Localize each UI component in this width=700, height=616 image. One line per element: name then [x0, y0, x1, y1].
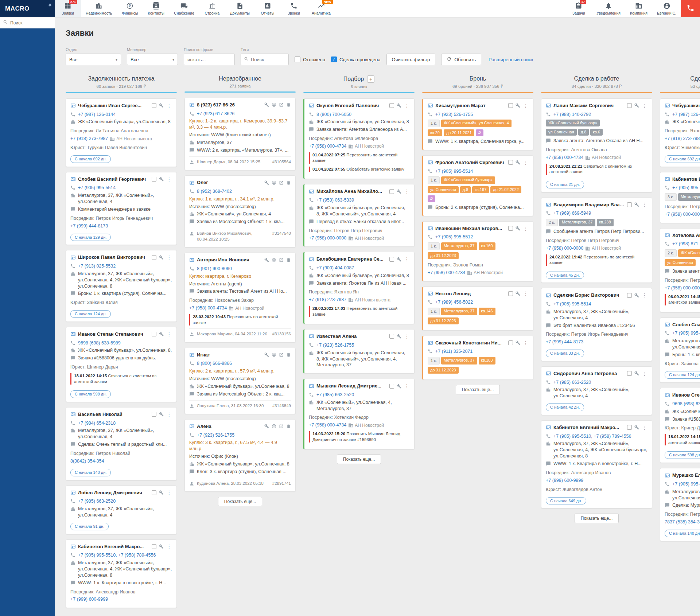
buy-request-link[interactable]: Куплю: 3 к. квартира, г., 67.5 м², 4.4 —…: [189, 440, 291, 452]
phone-link[interactable]: +7 (953) 063-5339: [316, 197, 410, 203]
phone-link[interactable]: +7 (911) 335-2071: [435, 348, 529, 355]
card-menu-button[interactable]: ⋮: [166, 103, 172, 108]
card-menu-button[interactable]: ⋮: [642, 371, 648, 376]
phone-link[interactable]: +7 (985) 663-2520: [553, 379, 648, 386]
smiley-icon[interactable]: [272, 180, 276, 185]
card-menu-button[interactable]: ⋮: [404, 189, 410, 194]
export-icon[interactable]: [279, 180, 284, 185]
wrench-icon[interactable]: [264, 424, 269, 429]
buy-request-link[interactable]: Куплю: 1–2 к. квартира, г. Кемерово, 39.…: [189, 118, 291, 130]
request-card[interactable]: Лапин Максим Сергеевич⋮+7 (988) 140-2792…: [541, 98, 652, 192]
request-card[interactable]: Мышкин Леонид Дмитрие...⋮+7 (985) 663-25…: [303, 379, 415, 449]
wrench-icon[interactable]: [634, 103, 639, 108]
nav-supply[interactable]: Снабжение: [169, 0, 199, 17]
request-card[interactable]: Иванов Степан Степанович⋮9698 (698) 638-…: [660, 388, 700, 463]
card-checkbox[interactable]: [389, 189, 394, 194]
trash-icon[interactable]: [286, 424, 291, 429]
card-menu-button[interactable]: ⋮: [404, 103, 410, 108]
smiley-icon[interactable]: [272, 352, 276, 357]
export-icon[interactable]: [279, 424, 284, 429]
export-icon[interactable]: [279, 258, 284, 262]
card-checkbox[interactable]: [152, 412, 156, 417]
request-card[interactable]: Иванюшин Михаил Егоров...⋮+7 (905) 995-5…: [422, 221, 533, 281]
nav-documents[interactable]: Документы: [225, 0, 254, 17]
phone-link[interactable]: +7 (905) 995-5510, +7 (958) 789-4556: [553, 433, 648, 440]
request-card[interactable]: Кабинетов Евгений Макро...⋮+7 (905) 995-…: [66, 539, 177, 608]
wrench-icon[interactable]: [159, 103, 164, 108]
agency-phone-link[interactable]: +7 (958) 000-4734: [309, 143, 346, 149]
phone-link[interactable]: +7 (988) 140-2792: [553, 112, 648, 118]
card-menu-button[interactable]: ⋮: [642, 425, 648, 430]
card-checkbox[interactable]: [508, 160, 513, 165]
wrench-icon[interactable]: [159, 544, 164, 549]
card-menu-button[interactable]: ⋮: [166, 255, 172, 260]
deal-done-checkbox[interactable]: ✓ Сделка проведена: [331, 54, 381, 65]
card-menu-button[interactable]: ⋮: [523, 226, 529, 231]
request-card[interactable]: Иванов Степан Степанович⋮9698 (698) 638-…: [66, 327, 177, 402]
card-checkbox[interactable]: [627, 371, 632, 376]
request-card[interactable]: Слобев Слава⋮+7 (905) 995-5514Металлурго…: [660, 317, 700, 383]
nav-analytics[interactable]: NEWАналитика: [307, 0, 335, 17]
wrench-icon[interactable]: [397, 103, 401, 108]
request-card[interactable]: Владимиров Владимир Влади...⋮+7 (969) 66…: [541, 198, 652, 283]
phone-link[interactable]: +7 (923) 526-1755: [435, 112, 529, 118]
card-checkbox[interactable]: [508, 291, 513, 296]
buy-request-link[interactable]: Куплю: квартира, г. Кемерово: [189, 273, 291, 280]
wrench-icon[interactable]: [516, 226, 520, 231]
request-card[interactable]: Автория Ион Ионович8 (901) 900-8090Куплю…: [184, 253, 296, 342]
request-card[interactable]: Широков Павел Викторович⋮+7 (913) 025-55…: [66, 250, 177, 322]
nav-calls[interactable]: Звонки: [281, 0, 307, 17]
agency-phone-link[interactable]: +7 (999) 444-8173: [546, 339, 583, 345]
wrench-icon[interactable]: [159, 332, 164, 336]
phone-link[interactable]: +7 (905) 995-5514: [435, 168, 529, 175]
phone-link[interactable]: +7 (905) 995-5512: [435, 234, 529, 240]
show-more-button[interactable]: Показать еще...: [218, 497, 262, 506]
clear-filter-button[interactable]: Очистить фильтр: [386, 54, 436, 65]
export-icon[interactable]: [279, 352, 284, 357]
nav-company[interactable]: Компания: [625, 0, 652, 17]
request-card[interactable]: Хотелова Анна⋮+7 (998) 871-00002 к.ЖК «С…: [660, 228, 700, 312]
request-card[interactable]: Окунёв Евгений Павлович⋮8 (800) 700-6050…: [303, 98, 415, 179]
request-card[interactable]: Кабинетов Евгений Макро...⋮+7 (905) 995-…: [660, 172, 700, 223]
manager-select[interactable]: Все ▾: [127, 54, 178, 65]
tags-input[interactable]: [251, 57, 285, 62]
request-card[interactable]: Васильев Николай⋮+7 (984) 654-2318Металл…: [66, 407, 177, 480]
phone-link[interactable]: 8 (952) 368-7402: [197, 188, 291, 195]
phone-link[interactable]: +7 (913) 025-5532: [78, 263, 172, 269]
card-menu-button[interactable]: ⋮: [404, 383, 410, 389]
request-card[interactable]: Слобев Василий Георгиевич⋮+7 (905) 995-5…: [66, 172, 177, 245]
phone-link[interactable]: +7 (905) 995-5510, +7 (958) 789-4556: [78, 552, 172, 558]
phone-link[interactable]: +7 (985) 663-2520: [78, 498, 172, 504]
phone-link[interactable]: +7 (969) 669-5949: [553, 210, 648, 217]
smiley-icon[interactable]: [272, 424, 276, 429]
phone-link[interactable]: 8 (800) 700-6050: [316, 112, 410, 118]
wrench-icon[interactable]: [159, 490, 164, 495]
card-menu-button[interactable]: ⋮: [166, 332, 172, 337]
card-checkbox[interactable]: [508, 340, 513, 345]
card-checkbox[interactable]: [389, 334, 394, 339]
phone-link[interactable]: +7 (984) 654-2318: [78, 420, 172, 426]
wrench-icon[interactable]: [634, 293, 639, 298]
request-card[interactable]: Чебурашкин Иван Сергее...⋮+7 (987) 126-0…: [660, 98, 700, 167]
nav-realty[interactable]: Недвижимость: [81, 0, 117, 17]
phone-link[interactable]: +7 (905) 995-5514: [78, 185, 172, 191]
card-checkbox[interactable]: [627, 202, 632, 207]
request-card[interactable]: Сделкин Борис Викторович⋮+7 (905) 995-55…: [541, 288, 652, 361]
request-card[interactable]: Известная Алена⋮+7 (923) 526-1755ЖК «Сол…: [303, 329, 415, 374]
card-menu-button[interactable]: ⋮: [642, 293, 648, 298]
agency-phone-link[interactable]: +7 (999) 600-9999: [70, 596, 108, 603]
phone-link[interactable]: +7 (998) 871-0000: [672, 241, 700, 247]
phone-link[interactable]: 8 (800) 666-8866: [197, 360, 291, 367]
request-card[interactable]: Олег8 (952) 368-7402Куплю: 1 к. квартира…: [184, 175, 296, 247]
agency-phone-link[interactable]: +7 (958) 000-4734: [546, 155, 583, 161]
agency-phone-link[interactable]: +7 (999) 600-9999: [546, 477, 583, 484]
wrench-icon[interactable]: [264, 258, 269, 262]
show-more-button[interactable]: Показать еще...: [337, 455, 381, 464]
card-checkbox[interactable]: [627, 293, 632, 298]
wrench-icon[interactable]: [264, 102, 269, 107]
nav-reports[interactable]: Отчёты: [254, 0, 281, 17]
card-menu-button[interactable]: ⋮: [523, 291, 529, 296]
wrench-icon[interactable]: [159, 412, 164, 417]
agency-phone-link[interactable]: +7 (999) 444-8173: [70, 223, 108, 229]
request-card[interactable]: Лобев Леонид Дмитриевич⋮+7 (985) 663-252…: [66, 486, 177, 534]
